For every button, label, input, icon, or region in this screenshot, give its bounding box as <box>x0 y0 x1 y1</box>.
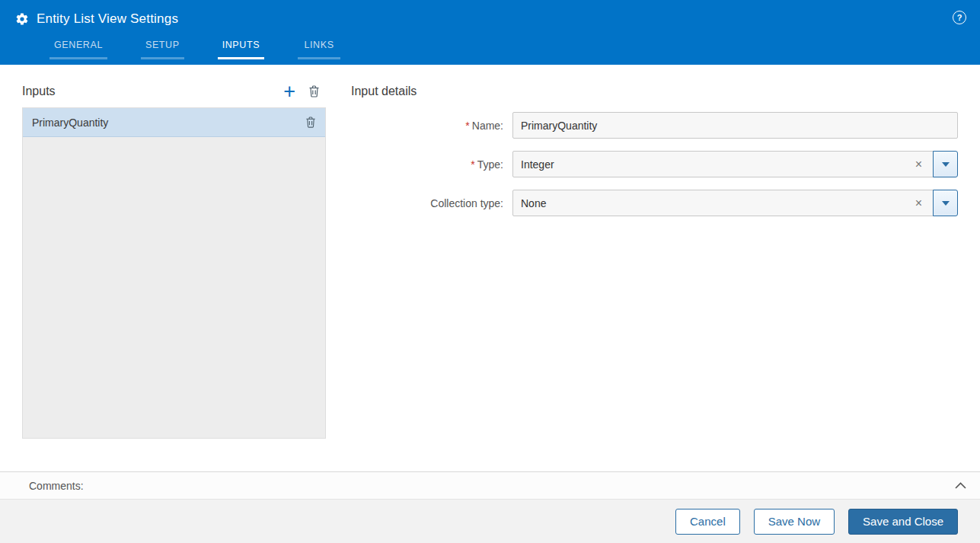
comments-bar: Comments: <box>0 471 980 499</box>
collection-type-field-row: Collection type: None × <box>351 190 958 216</box>
type-dropdown-button[interactable] <box>933 151 958 177</box>
chevron-down-icon <box>942 201 950 206</box>
main-content: Inputs + PrimaryQuantity Input details <box>0 65 980 471</box>
required-marker: * <box>471 158 474 171</box>
type-field-label: *Type: <box>351 158 512 171</box>
tab-bar: GENERAL SETUP INPUTS LINKS <box>49 37 980 59</box>
name-field-label: *Name: <box>351 120 512 132</box>
settings-gear-icon <box>15 12 29 26</box>
clear-collection-type-icon[interactable]: × <box>911 196 927 210</box>
header: Entity List View Settings ? GENERAL SETU… <box>0 0 980 65</box>
inputs-panel: Inputs + PrimaryQuantity <box>22 80 326 471</box>
row-trash-icon[interactable] <box>305 117 316 128</box>
required-marker: * <box>465 120 469 132</box>
entity-list-view-settings-dialog: Entity List View Settings ? GENERAL SETU… <box>0 0 980 543</box>
collection-type-field-label: Collection type: <box>351 197 512 209</box>
tab-general[interactable]: GENERAL <box>49 37 107 59</box>
save-and-close-button[interactable]: Save and Close <box>848 509 958 535</box>
delete-input-icon[interactable] <box>308 85 320 97</box>
list-item-label: PrimaryQuantity <box>32 117 305 129</box>
list-item[interactable]: PrimaryQuantity <box>23 108 325 137</box>
clear-type-icon[interactable]: × <box>911 158 927 171</box>
type-field-row: *Type: Integer × <box>351 151 958 177</box>
dialog-title: Entity List View Settings <box>37 11 178 27</box>
add-input-icon[interactable]: + <box>283 83 295 100</box>
tab-links[interactable]: LINKS <box>298 37 340 59</box>
type-combobox[interactable]: Integer × <box>512 151 934 177</box>
comments-label: Comments: <box>29 480 84 492</box>
collection-type-combobox-value: None <box>521 197 911 209</box>
chevron-down-icon <box>942 162 950 167</box>
help-icon[interactable]: ? <box>953 11 966 24</box>
inputs-panel-title: Inputs <box>22 85 56 98</box>
cancel-button[interactable]: Cancel <box>675 509 740 535</box>
save-now-button[interactable]: Save Now <box>754 509 835 535</box>
tab-setup[interactable]: SETUP <box>141 37 184 59</box>
collection-type-combobox[interactable]: None × <box>512 190 934 216</box>
type-combobox-value: Integer <box>521 158 911 171</box>
tab-inputs[interactable]: INPUTS <box>218 37 264 59</box>
inputs-panel-header: Inputs + <box>22 80 326 103</box>
title-row: Entity List View Settings <box>15 11 980 27</box>
footer-bar: Cancel Save Now Save and Close <box>0 499 980 543</box>
input-details-title: Input details <box>351 85 417 98</box>
collection-type-dropdown-button[interactable] <box>933 190 958 216</box>
name-field-row: *Name: <box>351 112 958 139</box>
inputs-list: PrimaryQuantity <box>22 107 326 439</box>
name-input[interactable] <box>512 112 958 139</box>
input-details-panel: Input details *Name: *Type: Integer × <box>351 80 958 471</box>
collapse-comments-icon[interactable] <box>955 482 966 489</box>
